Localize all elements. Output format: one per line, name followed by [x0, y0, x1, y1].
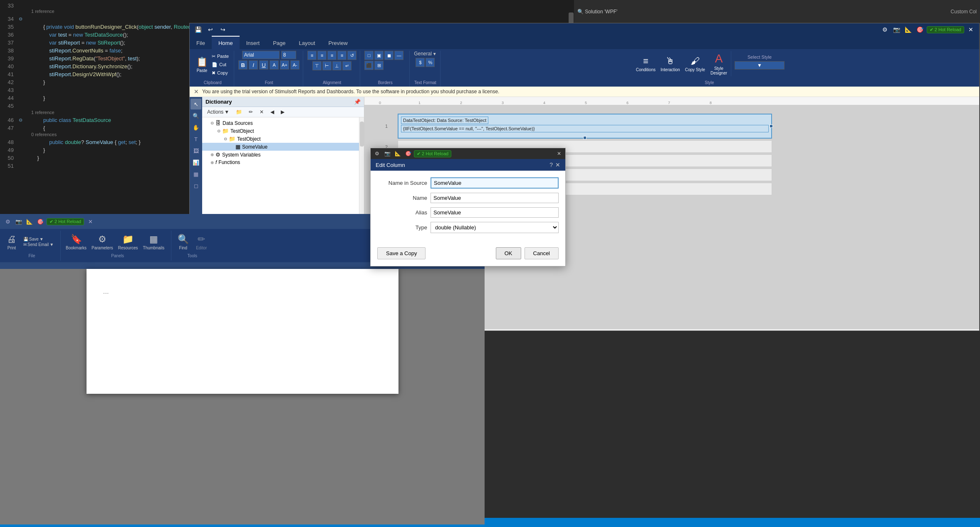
dialog-x-btn[interactable]: ✕: [555, 162, 560, 168]
cancel-btn[interactable]: Cancel: [525, 247, 559, 259]
print-btn[interactable]: 🖨 Print: [3, 233, 20, 251]
undo-btn[interactable]: ↩: [205, 25, 215, 35]
copy-style-btn[interactable]: 🖌 Copy Style: [683, 51, 707, 76]
tree-testobject-1[interactable]: ⊖ 📁 TestObject: [202, 127, 359, 135]
tf-btn1[interactable]: $: [416, 58, 425, 67]
tab-insert[interactable]: Insert: [240, 36, 267, 49]
delete-btn[interactable]: ✖ Copy: [210, 69, 230, 77]
toolbar-icon-1[interactable]: ⚙: [880, 25, 890, 35]
dialog-help-btn[interactable]: ?: [549, 162, 553, 168]
expander-sysvar[interactable]: ⊕: [209, 152, 215, 157]
type-select[interactable]: double (Nullable) int string bool double: [431, 222, 559, 233]
toolbar-icon-3[interactable]: 📐: [903, 25, 913, 35]
border-fill-btn[interactable]: ▣: [374, 51, 384, 60]
align-left-btn[interactable]: ≡: [307, 51, 317, 60]
preview-canvas[interactable]: ---: [0, 269, 485, 525]
parameters-btn[interactable]: ⚙ Parameters: [90, 233, 115, 251]
save-quick-btn[interactable]: 💾: [193, 25, 203, 35]
bold-btn[interactable]: B: [238, 60, 247, 70]
dialog-tb-close[interactable]: ✕: [554, 149, 564, 158]
expander-testobj2[interactable]: ⊖: [222, 137, 229, 141]
preview-icon-1[interactable]: ⚙: [3, 217, 12, 226]
resize-handle-right[interactable]: [770, 124, 773, 128]
dict-delete-btn[interactable]: ✕: [257, 108, 266, 116]
border-outer-btn[interactable]: □: [364, 51, 374, 60]
font-grow-btn[interactable]: A+: [280, 60, 289, 70]
underline-btn[interactable]: U: [259, 60, 268, 70]
dict-add-btn[interactable]: 📁: [233, 108, 245, 116]
find-btn[interactable]: 🔍 Find: [175, 233, 191, 251]
border-color-btn[interactable]: ⬛: [364, 61, 374, 70]
editor-btn[interactable]: ✏ Editor: [193, 233, 210, 251]
wrap-btn[interactable]: ↵: [342, 61, 351, 70]
tab-preview[interactable]: Preview: [322, 36, 354, 49]
general-dropdown[interactable]: ▼: [433, 52, 437, 56]
tree-data-sources[interactable]: ⊖ 🗄 Data Sources: [202, 119, 359, 127]
dict-edit-btn[interactable]: ✏: [246, 108, 255, 116]
preview-icon-4[interactable]: 🎯: [36, 217, 45, 226]
resources-btn[interactable]: 📁 Resources: [116, 233, 140, 251]
ok-btn[interactable]: OK: [496, 247, 521, 259]
dict-scroll-thumb[interactable]: [360, 122, 364, 147]
save-copy-btn[interactable]: Save a Copy: [377, 247, 426, 259]
resize-handle-bottom[interactable]: [583, 136, 587, 139]
border-expand-btn[interactable]: ⊞: [374, 61, 384, 70]
tree-somevalue[interactable]: ▦ SomeValue: [202, 143, 359, 151]
tree-system-variables[interactable]: ⊕ ⚙ System Variables: [202, 151, 359, 159]
paste-btn[interactable]: 📋 Paste: [195, 52, 209, 77]
conditions-btn[interactable]: ≡ Conditions: [634, 51, 657, 76]
toolbar-icon-4[interactable]: 🎯: [915, 25, 925, 35]
preview-icon-3[interactable]: 📐: [25, 217, 34, 226]
tab-home[interactable]: Home: [212, 36, 240, 49]
actions-btn[interactable]: Actions ▼: [205, 108, 232, 116]
bookmarks-btn[interactable]: 🔖 Bookmarks: [64, 233, 88, 251]
tab-layout[interactable]: Layout: [292, 36, 322, 49]
name-source-input[interactable]: [431, 177, 559, 189]
valign-top-btn[interactable]: ⊤: [312, 61, 322, 70]
cut-btn[interactable]: ✂ Paste: [210, 52, 230, 60]
trial-close-btn[interactable]: ✕: [194, 88, 199, 95]
header-band[interactable]: DataTestObject: Data Source: TestObject …: [398, 114, 772, 139]
save-dropdown-btn[interactable]: 💾 Save ▼ ✉ Send Email ▼: [22, 236, 55, 248]
dialog-tb-icon3[interactable]: 📐: [393, 149, 402, 158]
font-size-input[interactable]: [281, 51, 296, 59]
close-quick-btn[interactable]: ✕: [966, 25, 976, 35]
style-designer-btn[interactable]: A StyleDesigner: [708, 51, 729, 76]
tf-btn2[interactable]: %: [426, 58, 435, 67]
expander-functions[interactable]: ⊕: [209, 160, 215, 165]
toolbar-icon-2[interactable]: 📷: [892, 25, 902, 35]
tab-page[interactable]: Page: [266, 36, 292, 49]
text-tool[interactable]: T: [191, 134, 201, 144]
expander-data-sources[interactable]: ⊖: [209, 121, 215, 125]
dialog-tb-icon4[interactable]: 🎯: [403, 149, 413, 158]
align-center-btn[interactable]: ≡: [317, 51, 327, 60]
expander-testobj1[interactable]: ⊖: [215, 129, 222, 133]
valign-bot-btn[interactable]: ⊥: [332, 61, 342, 70]
copy-btn[interactable]: 📄 Cut: [210, 61, 230, 68]
dialog-tb-icon2[interactable]: 📷: [383, 149, 392, 158]
tab-file[interactable]: File: [190, 36, 212, 49]
tree-testobject-2[interactable]: ⊖ 📁 TestObject: [202, 135, 359, 143]
pointer-tool[interactable]: ↖: [191, 99, 201, 109]
table-tool[interactable]: ▦: [191, 169, 201, 179]
redo-btn[interactable]: ↪: [218, 25, 228, 35]
dict-nav2-btn[interactable]: ▶: [278, 108, 287, 116]
select-style-dropdown[interactable]: ▼: [735, 61, 784, 70]
hand-tool[interactable]: ✋: [191, 122, 201, 133]
thumbnails-btn[interactable]: ▦ Thumbnails: [141, 233, 166, 251]
border-shadow-btn[interactable]: ◼: [384, 51, 393, 60]
dialog-tb-icon1[interactable]: ⚙: [372, 149, 381, 158]
tree-functions[interactable]: ⊕ f Functions: [202, 159, 359, 166]
dict-nav1-btn[interactable]: ◀: [268, 108, 277, 116]
border-style-btn[interactable]: —: [394, 51, 403, 60]
font-name-input[interactable]: [242, 51, 280, 59]
chart-tool[interactable]: 📊: [191, 157, 201, 168]
align-right-btn[interactable]: ≡: [327, 51, 337, 60]
shape-tool[interactable]: ◻: [191, 180, 201, 191]
interaction-btn[interactable]: 🖱 Interaction: [659, 51, 682, 76]
font-shrink-btn[interactable]: A-: [290, 60, 299, 70]
zoom-tool[interactable]: 🔍: [191, 110, 201, 121]
valign-mid-btn[interactable]: ⊢: [322, 61, 332, 70]
align-justify-btn[interactable]: ≡: [337, 51, 346, 60]
preview-icon-close[interactable]: ✕: [86, 217, 95, 226]
